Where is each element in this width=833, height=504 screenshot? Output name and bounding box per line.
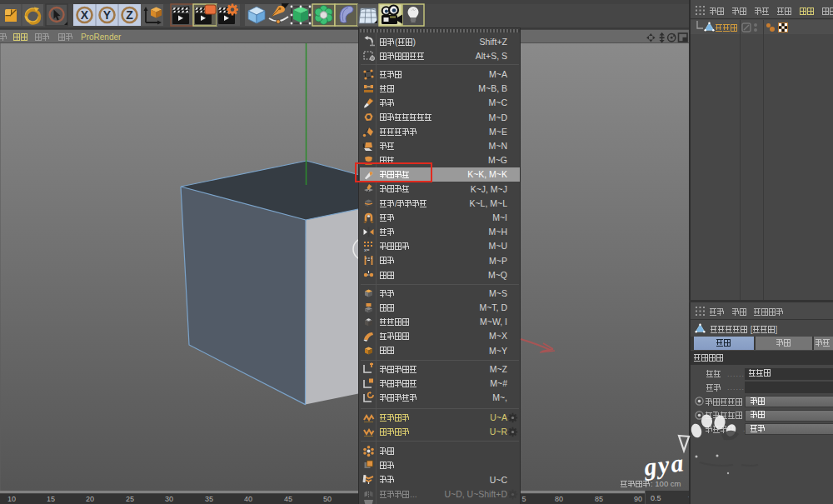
svg-text:Y: Y — [103, 8, 112, 22]
svg-text:x=: x= — [364, 247, 370, 252]
svg-text:X: X — [81, 8, 89, 22]
svg-text:Z: Z — [126, 8, 133, 22]
